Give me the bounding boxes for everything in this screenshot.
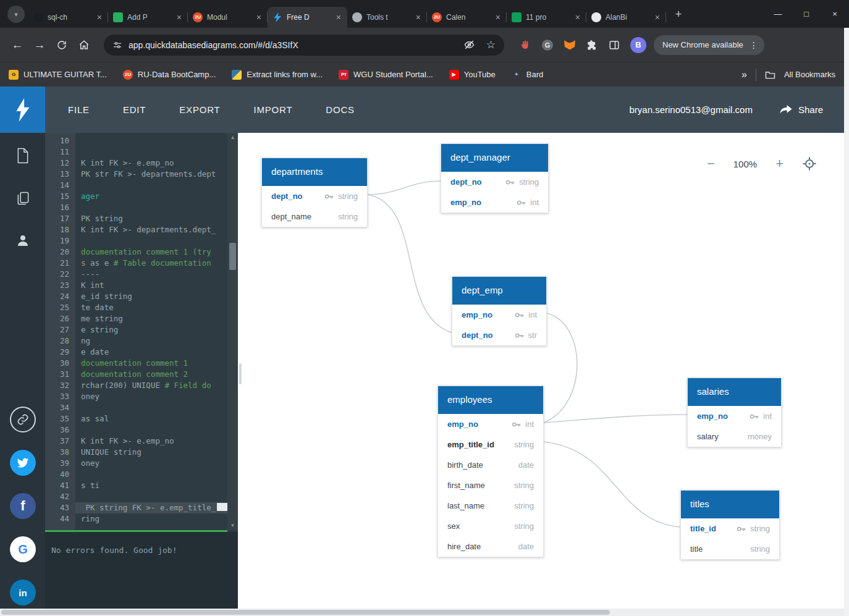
table-field-row[interactable]: hire_datedate: [438, 536, 543, 557]
tab-close-icon[interactable]: ×: [415, 12, 422, 22]
code-line[interactable]: documentation comment 1: [75, 358, 227, 369]
pages-icon[interactable]: [15, 191, 30, 206]
person-icon[interactable]: [15, 233, 30, 248]
code-line[interactable]: ----: [75, 269, 227, 280]
quickdbd-logo[interactable]: [0, 86, 45, 133]
profile-avatar[interactable]: B: [630, 37, 646, 53]
tab-close-icon[interactable]: ×: [96, 12, 103, 22]
tab-close-icon[interactable]: ×: [574, 12, 581, 22]
code-line[interactable]: rchar(200) UNIQUE # Field do: [75, 380, 227, 391]
code-line[interactable]: documentation comment 2: [75, 369, 227, 380]
tab-close-icon[interactable]: ×: [255, 12, 263, 22]
table-header[interactable]: titles: [681, 491, 779, 518]
tab-close-icon[interactable]: ×: [335, 12, 342, 22]
new-tab-button[interactable]: +: [670, 6, 687, 23]
code-line[interactable]: te date: [75, 302, 227, 313]
browser-tab[interactable]: sql-ch×: [28, 7, 108, 28]
code-line[interactable]: e_id string: [75, 291, 227, 302]
reload-button[interactable]: [51, 34, 73, 56]
chrome-update-button[interactable]: New Chrome available ⋮: [654, 35, 764, 55]
table-salaries[interactable]: salariesemp_nointsalarymoney: [687, 378, 782, 447]
browser-tab[interactable]: Tools t×: [347, 7, 427, 28]
table-dept_emp[interactable]: dept_empemp_nointdept_nostr: [452, 276, 547, 346]
code-line[interactable]: K int FK >- e.emp_no: [75, 158, 227, 169]
scroll-down-arrow[interactable]: ▼: [227, 523, 238, 528]
code-line[interactable]: [75, 424, 227, 436]
home-button[interactable]: [73, 34, 95, 56]
table-header[interactable]: dept_manager: [441, 144, 548, 172]
code-line[interactable]: K int: [75, 280, 227, 291]
table-field-row[interactable]: dept_nostr: [452, 325, 546, 345]
code-line[interactable]: e date: [75, 347, 227, 358]
bookmark-item[interactable]: GULTIMATE GUITAR T...: [9, 70, 107, 80]
table-field-row[interactable]: dept_namestring: [262, 206, 367, 227]
code-line[interactable]: ng: [75, 335, 227, 347]
table-field-row[interactable]: last_namestring: [438, 496, 543, 516]
table-field-row[interactable]: titlestring: [681, 539, 779, 559]
google-icon[interactable]: G: [10, 536, 36, 562]
relation-dept-emp-employees[interactable]: [544, 313, 577, 423]
code-line[interactable]: UNIQUE string: [75, 447, 227, 458]
tab-close-icon[interactable]: ×: [494, 12, 502, 22]
editor-scrollbar[interactable]: ▲ ▼: [227, 133, 238, 530]
zoom-in-button[interactable]: +: [775, 157, 784, 171]
table-field-row[interactable]: emp_noint: [441, 192, 548, 213]
relation-employees-salaries[interactable]: [544, 415, 687, 423]
extensions-puzzle-button[interactable]: [581, 34, 603, 56]
bookmark-item[interactable]: ▶YouTube: [449, 70, 496, 80]
menu-kebab-icon[interactable]: ⋮: [747, 40, 761, 50]
code-line[interactable]: ring: [75, 513, 227, 525]
code-line[interactable]: [75, 146, 227, 158]
code-line[interactable]: s ti: [75, 480, 227, 491]
twitter-icon[interactable]: [10, 450, 36, 476]
table-field-row[interactable]: dept_nostring: [262, 186, 367, 206]
back-button[interactable]: ←: [6, 34, 28, 56]
code-line[interactable]: documentation comment 1 (try: [75, 247, 227, 258]
metamask-extension-icon[interactable]: [559, 34, 581, 56]
code-line[interactable]: [75, 402, 227, 413]
menu-export[interactable]: EXPORT: [179, 104, 220, 115]
bookmarks-overflow-chevron[interactable]: »: [741, 69, 747, 80]
minimize-button[interactable]: —: [764, 0, 792, 28]
bookmark-item[interactable]: ✦Bard: [512, 70, 543, 80]
code-line[interactable]: PK string: [75, 213, 227, 224]
address-bar[interactable]: app.quickdatabasediagrams.com/#/d/a3SIfX…: [104, 35, 504, 56]
all-bookmarks-button[interactable]: All Bookmarks: [784, 70, 835, 79]
code-line[interactable]: K int FK >- departments.dept_: [75, 224, 227, 235]
code-line[interactable]: [75, 469, 227, 480]
table-field-row[interactable]: salarymoney: [688, 426, 781, 447]
table-header[interactable]: salaries: [688, 378, 781, 406]
code-line[interactable]: PK string FK >- e.emp_title_: [75, 502, 227, 513]
code-line[interactable]: [75, 180, 227, 191]
code-line[interactable]: [75, 135, 227, 146]
code-line[interactable]: s as e # Table documentation: [75, 258, 227, 269]
table-titles[interactable]: titlestitle_idstringtitlestring: [680, 490, 780, 560]
browser-tab[interactable]: 11 pro×: [507, 7, 586, 28]
editor-code[interactable]: K int FK >- e.emp_noPK str FK >- departm…: [75, 133, 227, 530]
tab-close-icon[interactable]: ×: [654, 12, 661, 22]
browser-tab[interactable]: Add P×: [108, 7, 188, 28]
table-field-row[interactable]: title_idstring: [681, 518, 779, 539]
code-line[interactable]: oney: [75, 391, 227, 402]
linkedin-icon[interactable]: in: [10, 580, 36, 605]
code-line[interactable]: [75, 202, 227, 213]
code-line[interactable]: [75, 491, 227, 502]
code-line[interactable]: as sal: [75, 413, 227, 424]
share-button[interactable]: Share: [753, 104, 844, 115]
maximize-button[interactable]: □: [792, 0, 821, 28]
code-line[interactable]: oney: [75, 458, 227, 469]
browser-tab[interactable]: Free D×: [268, 7, 347, 28]
browser-tab[interactable]: 2UCalen×: [427, 7, 507, 28]
bookmark-item[interactable]: Extract links from w...: [232, 70, 323, 80]
relation-employees-titles[interactable]: [544, 442, 680, 527]
document-icon[interactable]: [16, 148, 29, 164]
diagram-canvas[interactable]: − 100% + departmentsdept_nostringdept_na…: [238, 133, 844, 616]
table-field-row[interactable]: emp_noint: [438, 414, 543, 434]
table-header[interactable]: dept_emp: [452, 277, 546, 305]
hand-extension-icon[interactable]: [514, 34, 536, 56]
horizontal-scrollbar[interactable]: [0, 609, 844, 616]
center-view-button[interactable]: [802, 156, 817, 171]
facebook-icon[interactable]: f: [10, 493, 36, 519]
menu-import[interactable]: IMPORT: [253, 104, 292, 115]
menu-docs[interactable]: DOCS: [326, 104, 355, 115]
